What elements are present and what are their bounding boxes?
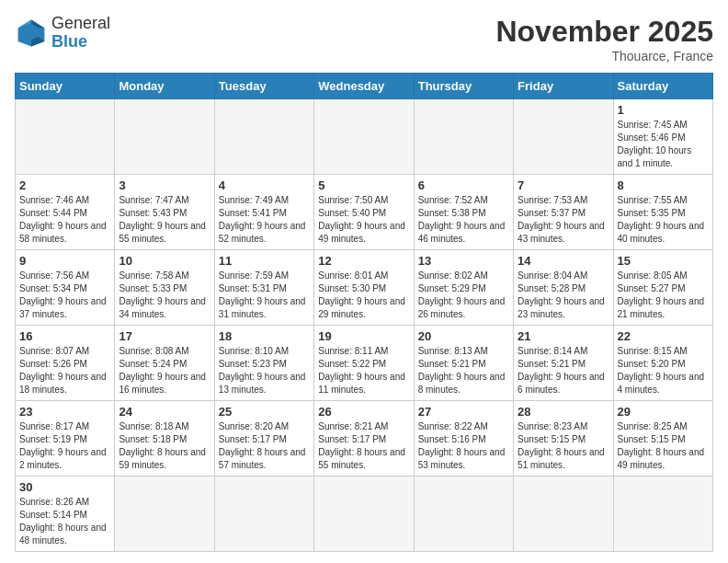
calendar-row-1: 2Sunrise: 7:46 AMSunset: 5:44 PMDaylight… [16, 175, 713, 250]
day-info: Sunrise: 8:23 AMSunset: 5:15 PMDaylight:… [518, 420, 609, 472]
day-info: Sunrise: 8:15 AMSunset: 5:20 PMDaylight:… [618, 345, 709, 396]
calendar-cell: 14Sunrise: 8:04 AMSunset: 5:28 PMDayligh… [514, 250, 613, 326]
day-number: 27 [418, 405, 509, 419]
calendar-cell: 23Sunrise: 8:17 AMSunset: 5:19 PMDayligh… [16, 401, 115, 477]
day-number: 18 [219, 329, 310, 343]
day-number: 6 [418, 178, 509, 192]
calendar-cell: 21Sunrise: 8:14 AMSunset: 5:21 PMDayligh… [514, 326, 613, 401]
day-number: 11 [219, 254, 310, 268]
page-header: General Blue November 2025 Thouarce, Fra… [15, 15, 713, 63]
day-number: 9 [19, 254, 110, 268]
day-number: 15 [618, 254, 709, 268]
weekday-header-row: SundayMondayTuesdayWednesdayThursdayFrid… [16, 74, 713, 99]
day-number: 28 [518, 405, 609, 419]
weekday-header-friday: Friday [514, 74, 613, 99]
calendar-cell [314, 477, 414, 552]
logo-text: General Blue [51, 15, 110, 52]
day-number: 23 [19, 405, 110, 419]
calendar-cell: 2Sunrise: 7:46 AMSunset: 5:44 PMDaylight… [16, 175, 115, 250]
calendar-cell: 28Sunrise: 8:23 AMSunset: 5:15 PMDayligh… [514, 401, 613, 477]
calendar-cell: 18Sunrise: 8:10 AMSunset: 5:23 PMDayligh… [214, 326, 313, 401]
day-info: Sunrise: 8:05 AMSunset: 5:27 PMDaylight:… [618, 270, 709, 321]
day-info: Sunrise: 8:08 AMSunset: 5:24 PMDaylight:… [119, 345, 210, 396]
calendar-cell [214, 99, 313, 175]
day-number: 20 [418, 329, 509, 343]
calendar-cell: 30Sunrise: 8:26 AMSunset: 5:14 PMDayligh… [16, 477, 115, 552]
calendar-cell [613, 477, 712, 552]
day-info: Sunrise: 7:46 AMSunset: 5:44 PMDaylight:… [19, 194, 110, 246]
calendar-cell: 4Sunrise: 7:49 AMSunset: 5:41 PMDaylight… [214, 175, 313, 250]
day-info: Sunrise: 7:58 AMSunset: 5:33 PMDaylight:… [119, 270, 210, 321]
day-info: Sunrise: 7:52 AMSunset: 5:38 PMDaylight:… [418, 194, 509, 246]
calendar-cell [115, 477, 214, 552]
day-number: 7 [518, 178, 609, 192]
day-info: Sunrise: 7:45 AMSunset: 5:46 PMDaylight:… [618, 119, 709, 170]
day-number: 3 [119, 178, 210, 192]
calendar-table: SundayMondayTuesdayWednesdayThursdayFrid… [15, 73, 713, 552]
day-info: Sunrise: 7:59 AMSunset: 5:31 PMDaylight:… [219, 270, 310, 321]
day-number: 30 [19, 480, 110, 494]
day-info: Sunrise: 8:25 AMSunset: 5:15 PMDaylight:… [618, 420, 709, 472]
calendar-cell [414, 477, 513, 552]
day-number: 10 [119, 254, 210, 268]
logo: General Blue [15, 15, 110, 52]
calendar-cell: 22Sunrise: 8:15 AMSunset: 5:20 PMDayligh… [613, 326, 712, 401]
calendar-cell [414, 99, 513, 175]
day-info: Sunrise: 7:56 AMSunset: 5:34 PMDaylight:… [19, 270, 110, 321]
day-info: Sunrise: 7:55 AMSunset: 5:35 PMDaylight:… [618, 194, 709, 246]
calendar-row-3: 16Sunrise: 8:07 AMSunset: 5:26 PMDayligh… [16, 326, 713, 401]
calendar-cell [514, 99, 613, 175]
weekday-header-wednesday: Wednesday [314, 74, 414, 99]
day-info: Sunrise: 8:04 AMSunset: 5:28 PMDaylight:… [518, 270, 609, 321]
weekday-header-sunday: Sunday [16, 74, 115, 99]
day-info: Sunrise: 8:11 AMSunset: 5:22 PMDaylight:… [318, 345, 409, 396]
weekday-header-monday: Monday [115, 74, 214, 99]
location: Thouarce, France [495, 49, 713, 63]
calendar-cell: 13Sunrise: 8:02 AMSunset: 5:29 PMDayligh… [414, 250, 513, 326]
day-info: Sunrise: 8:20 AMSunset: 5:17 PMDaylight:… [219, 420, 310, 472]
calendar-cell: 20Sunrise: 8:13 AMSunset: 5:21 PMDayligh… [414, 326, 513, 401]
calendar-cell: 9Sunrise: 7:56 AMSunset: 5:34 PMDaylight… [16, 250, 115, 326]
day-info: Sunrise: 7:53 AMSunset: 5:37 PMDaylight:… [518, 194, 609, 246]
calendar-cell: 12Sunrise: 8:01 AMSunset: 5:30 PMDayligh… [314, 250, 414, 326]
weekday-header-thursday: Thursday [414, 74, 513, 99]
day-info: Sunrise: 8:13 AMSunset: 5:21 PMDaylight:… [418, 345, 509, 396]
calendar-cell: 29Sunrise: 8:25 AMSunset: 5:15 PMDayligh… [613, 401, 712, 477]
day-number: 21 [518, 329, 609, 343]
day-info: Sunrise: 8:14 AMSunset: 5:21 PMDaylight:… [518, 345, 609, 396]
calendar-cell [314, 99, 414, 175]
calendar-row-2: 9Sunrise: 7:56 AMSunset: 5:34 PMDaylight… [16, 250, 713, 326]
day-number: 13 [418, 254, 509, 268]
day-number: 24 [119, 405, 210, 419]
weekday-header-tuesday: Tuesday [214, 74, 313, 99]
day-number: 19 [318, 329, 409, 343]
calendar-cell [514, 477, 613, 552]
calendar-cell [16, 99, 115, 175]
day-info: Sunrise: 7:49 AMSunset: 5:41 PMDaylight:… [219, 194, 310, 246]
logo-icon [15, 17, 48, 50]
calendar-row-5: 30Sunrise: 8:26 AMSunset: 5:14 PMDayligh… [16, 477, 713, 552]
day-info: Sunrise: 8:18 AMSunset: 5:18 PMDaylight:… [119, 420, 210, 472]
calendar-cell: 24Sunrise: 8:18 AMSunset: 5:18 PMDayligh… [115, 401, 214, 477]
calendar-cell: 1Sunrise: 7:45 AMSunset: 5:46 PMDaylight… [613, 99, 712, 175]
calendar-cell [115, 99, 214, 175]
calendar-cell: 27Sunrise: 8:22 AMSunset: 5:16 PMDayligh… [414, 401, 513, 477]
day-info: Sunrise: 8:02 AMSunset: 5:29 PMDaylight:… [418, 270, 509, 321]
calendar-cell: 8Sunrise: 7:55 AMSunset: 5:35 PMDaylight… [613, 175, 712, 250]
calendar-cell: 25Sunrise: 8:20 AMSunset: 5:17 PMDayligh… [214, 401, 313, 477]
day-number: 12 [318, 254, 409, 268]
day-info: Sunrise: 8:01 AMSunset: 5:30 PMDaylight:… [318, 270, 409, 321]
calendar-cell: 19Sunrise: 8:11 AMSunset: 5:22 PMDayligh… [314, 326, 414, 401]
calendar-cell [214, 477, 313, 552]
calendar-cell: 15Sunrise: 8:05 AMSunset: 5:27 PMDayligh… [613, 250, 712, 326]
calendar-cell: 7Sunrise: 7:53 AMSunset: 5:37 PMDaylight… [514, 175, 613, 250]
calendar-cell: 6Sunrise: 7:52 AMSunset: 5:38 PMDaylight… [414, 175, 513, 250]
day-number: 14 [518, 254, 609, 268]
day-info: Sunrise: 8:07 AMSunset: 5:26 PMDaylight:… [19, 345, 110, 396]
day-info: Sunrise: 7:50 AMSunset: 5:40 PMDaylight:… [318, 194, 409, 246]
calendar-row-4: 23Sunrise: 8:17 AMSunset: 5:19 PMDayligh… [16, 401, 713, 477]
calendar-cell: 3Sunrise: 7:47 AMSunset: 5:43 PMDaylight… [115, 175, 214, 250]
day-number: 17 [119, 329, 210, 343]
day-number: 5 [318, 178, 409, 192]
day-number: 4 [219, 178, 310, 192]
